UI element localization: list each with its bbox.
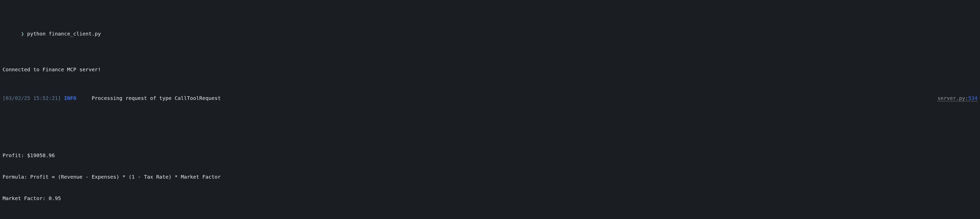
source-lineno: 534: [968, 95, 977, 101]
output-profit: Profit: $19058.96: [3, 152, 977, 159]
command-line: ❯ python finance_client.py: [3, 23, 977, 45]
terminal-output: ❯ python finance_client.py Connected to …: [3, 2, 977, 219]
log-line-1: [03/02/25 15:52:21] INFO Processing requ…: [3, 94, 977, 102]
connected-text: Connected to Finance MCP server!: [3, 66, 101, 73]
output-formula-profit: Formula: Profit = (Revenue - Expenses) *…: [3, 173, 977, 181]
connected-line: Connected to Finance MCP server!: [3, 66, 977, 73]
log-message: Processing request of type CallToolReque…: [92, 95, 221, 101]
command-text: python finance_client.py: [27, 31, 101, 37]
output-market-factor: Market Factor: 0.95: [3, 195, 977, 202]
blank-line: [3, 123, 977, 130]
log-source[interactable]: server.py:534: [937, 94, 977, 102]
prompt-symbol: ❯: [21, 31, 24, 37]
source-file: server.py: [937, 95, 965, 101]
log-timestamp: [03/02/25 15:52:21]: [3, 95, 61, 101]
source-sep: :: [965, 95, 968, 101]
log-level: INFO: [64, 95, 76, 101]
